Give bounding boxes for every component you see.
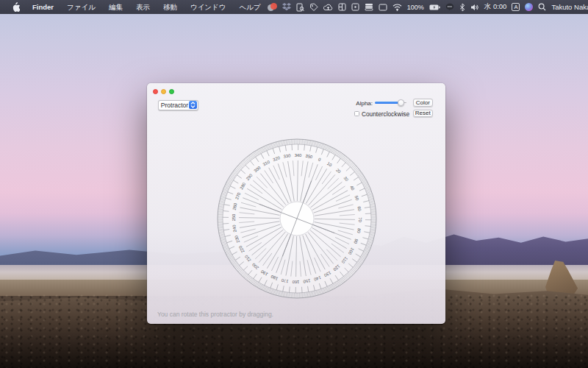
tool-selector-dropdown[interactable]: Protractor: [158, 100, 198, 110]
menu-item-edit[interactable]: 編集: [102, 0, 129, 14]
display-stack-icon[interactable]: [365, 3, 373, 11]
minimize-button[interactable]: [161, 89, 166, 94]
apple-icon: [12, 2, 20, 12]
popup-chevrons-icon: [189, 101, 197, 109]
menu-bar-username[interactable]: Takuto Nakamura: [551, 3, 588, 11]
window-controls: [153, 89, 174, 94]
input-source-icon[interactable]: A: [512, 3, 520, 11]
square-dot-icon[interactable]: [351, 3, 359, 11]
app-swirl-icon[interactable]: [268, 3, 277, 11]
menu-item-help[interactable]: ヘルプ: [233, 0, 268, 14]
svg-text:60: 60: [356, 206, 362, 211]
apple-menu[interactable]: [0, 2, 26, 12]
drag-hint-text: You can rotate this protractor by draggi…: [157, 311, 273, 318]
zoom-button[interactable]: [169, 89, 174, 94]
color-button[interactable]: Color: [413, 99, 434, 107]
protractor-window: Protractor Alpha: Color Counterclockwise…: [147, 83, 445, 324]
cloud-upload-icon[interactable]: [323, 4, 333, 11]
svg-text:70: 70: [358, 217, 362, 222]
protractor-graphic[interactable]: 0102030405060708090100110120130140150160…: [216, 138, 378, 300]
svg-text:250: 250: [232, 214, 236, 222]
menu-item-window[interactable]: ウインドウ: [184, 0, 233, 14]
alpha-slider[interactable]: [375, 99, 406, 106]
document-search-icon[interactable]: [296, 3, 304, 12]
svg-text:160: 160: [293, 280, 300, 284]
tag-icon[interactable]: [309, 3, 318, 12]
alpha-slider-thumb[interactable]: [398, 99, 404, 106]
battery-icon[interactable]: [429, 4, 440, 10]
counterclockwise-checkbox[interactable]: [354, 111, 360, 117]
spotlight-search-icon[interactable]: [538, 3, 546, 11]
wifi-icon[interactable]: [392, 4, 402, 11]
alpha-label: Alpha:: [356, 100, 373, 107]
menu-item-file[interactable]: ファイル: [60, 0, 102, 14]
menu-bar: Finder ファイル 編集 表示 移動 ウインドウ ヘルプ: [0, 0, 588, 14]
menu-bar-clock[interactable]: 水 0:00: [484, 2, 507, 12]
protractor-dial[interactable]: 0102030405060708090100110120130140150160…: [216, 138, 378, 300]
rectangle-icon[interactable]: [379, 4, 387, 11]
siri-icon[interactable]: [525, 3, 533, 11]
menu-item-go[interactable]: 移動: [157, 0, 184, 14]
counterclockwise-label: Counterclockwise: [362, 110, 409, 118]
dropbox-icon[interactable]: [282, 3, 291, 11]
tool-selector-value: Protractor: [159, 102, 189, 109]
line-app-icon[interactable]: [445, 3, 454, 11]
window-grid-icon[interactable]: [338, 3, 346, 11]
reset-button[interactable]: Reset: [413, 110, 434, 118]
battery-percent: 100%: [407, 4, 424, 11]
close-button[interactable]: [153, 89, 158, 94]
menu-item-app[interactable]: Finder: [26, 0, 60, 14]
volume-icon[interactable]: [470, 4, 479, 11]
svg-text:80: 80: [356, 228, 362, 233]
alpha-slider-fill: [375, 102, 398, 104]
bluetooth-icon[interactable]: [459, 3, 465, 12]
menu-item-view[interactable]: 表示: [129, 0, 157, 14]
svg-text:340: 340: [295, 153, 302, 158]
